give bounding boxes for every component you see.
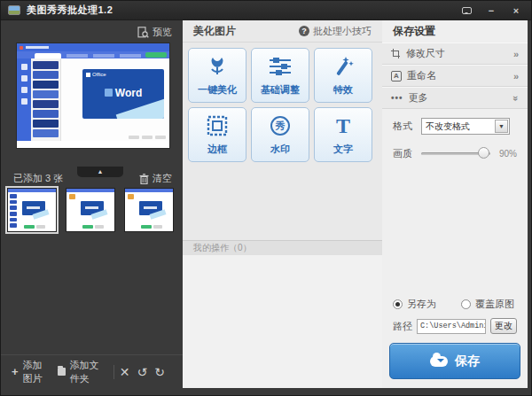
save-settings-panel: 保存设置 修改尺寸 » A 重命名 » ••• 更多 » 格式 不改变格式 ▼ xyxy=(382,20,528,388)
save-settings-title: 保存设置 xyxy=(382,20,528,43)
format-label: 格式 xyxy=(393,120,421,133)
path-label: 路径 xyxy=(393,320,412,333)
remove-selected-button[interactable]: ✕ xyxy=(120,365,130,379)
change-path-button[interactable]: 更改 xyxy=(490,318,517,334)
rename-a-icon: A xyxy=(391,71,402,82)
mock-window-tabs xyxy=(17,51,169,58)
dropdown-arrow-icon[interactable]: ▼ xyxy=(495,120,508,133)
mock-sidebar xyxy=(17,58,31,141)
overwrite-radio[interactable]: 覆盖原图 xyxy=(461,298,514,311)
thumbnail-1-selected[interactable] xyxy=(8,189,56,231)
text-button[interactable]: T 文字 xyxy=(314,107,372,162)
word-card-image: Office Word xyxy=(82,69,164,119)
format-select[interactable]: 不改变格式 ▼ xyxy=(421,118,510,135)
quality-slider-handle[interactable] xyxy=(478,147,489,159)
border-button[interactable]: 边框 xyxy=(188,107,246,162)
window-title: 美图秀秀批处理1.2 xyxy=(27,4,113,17)
frame-icon xyxy=(206,113,229,139)
close-button[interactable]: × xyxy=(508,4,524,17)
crop-icon xyxy=(391,49,401,58)
add-image-button[interactable]: + 添加图片 xyxy=(12,359,43,385)
add-folder-button[interactable]: 添加文件夹 xyxy=(58,359,99,385)
question-icon: ? xyxy=(299,26,309,36)
section-resize[interactable]: 修改尺寸 » xyxy=(382,43,528,65)
preview-button[interactable]: 预览 xyxy=(137,26,172,39)
app-logo-icon xyxy=(8,5,20,15)
section-more[interactable]: ••• 更多 » xyxy=(382,87,528,109)
collapse-strip-button[interactable]: ▲ xyxy=(77,167,123,177)
speech-bubble-icon xyxy=(462,7,472,14)
app-window: 美图秀秀批处理1.2 − × 预览 xyxy=(0,0,532,396)
save-as-radio[interactable]: 另存为 xyxy=(393,298,436,311)
plus-icon: + xyxy=(12,365,19,378)
radio-selected-icon xyxy=(393,299,403,309)
xiu-watermark-icon: 秀 xyxy=(270,113,290,139)
beautify-title: 美化图片 xyxy=(193,24,236,39)
chevron-right-icon: » xyxy=(513,71,519,82)
quality-value: 90% xyxy=(496,149,517,159)
operations-list-empty xyxy=(183,255,382,388)
toolbar-divider xyxy=(113,365,114,379)
redo-button[interactable]: ↻ xyxy=(154,365,165,379)
text-t-icon: T xyxy=(336,113,350,139)
flower-icon xyxy=(206,53,229,80)
feedback-button[interactable] xyxy=(458,4,474,17)
save-button[interactable]: 保存 xyxy=(389,343,520,379)
mock-thumb-column xyxy=(31,58,61,141)
minimize-button[interactable]: − xyxy=(483,4,499,17)
thumbnail-strip xyxy=(8,189,173,231)
undo-button[interactable]: ↺ xyxy=(137,365,148,379)
left-bottom-toolbar: + 添加图片 添加文件夹 ✕ ↺ ↻ xyxy=(1,354,183,388)
tool-grid: 一键美化 基础调整 xyxy=(183,43,382,167)
thumbnail-2[interactable] xyxy=(66,189,114,231)
clear-label: 清空 xyxy=(153,172,172,185)
preview-magnifier-icon xyxy=(137,27,149,38)
cloud-save-icon xyxy=(430,356,448,367)
beautify-panel: 美化图片 ? 批处理小技巧 一键美化 xyxy=(183,20,382,388)
section-rename[interactable]: A 重命名 » xyxy=(382,65,528,87)
batch-tips-link[interactable]: ? 批处理小技巧 xyxy=(299,25,372,38)
quality-label: 画质 xyxy=(393,147,421,160)
watermark-button[interactable]: 秀 水印 xyxy=(251,107,309,162)
radio-unselected-icon xyxy=(461,299,471,309)
quality-slider[interactable] xyxy=(421,152,490,155)
path-input[interactable]: C:\Users\Administrator\De xyxy=(417,319,486,334)
preview-image: Office Word xyxy=(17,43,169,148)
titlebar: 美图秀秀批处理1.2 − × xyxy=(1,1,531,20)
basic-adjust-button[interactable]: 基础调整 xyxy=(251,48,309,103)
one-key-beautify-button[interactable]: 一键美化 xyxy=(188,48,246,103)
trash-icon xyxy=(139,174,149,184)
effects-button[interactable]: 特效 xyxy=(314,48,372,103)
preview-label: 预览 xyxy=(153,26,172,39)
my-operations-header: 我的操作（0） xyxy=(183,240,382,255)
added-count-text: 已添加 3 张 xyxy=(13,172,63,185)
mock-window-titlebar xyxy=(17,43,169,51)
magic-wand-icon xyxy=(332,53,355,80)
more-dots-icon: ••• xyxy=(391,93,403,103)
sliders-icon xyxy=(268,53,293,80)
chevron-right-icon: » xyxy=(513,49,519,59)
folder-icon xyxy=(58,368,66,376)
thumbnail-3[interactable] xyxy=(125,189,173,231)
save-mode-group: 另存为 覆盖原图 xyxy=(382,298,528,311)
clear-all-button[interactable]: 清空 xyxy=(139,172,172,185)
format-value: 不改变格式 xyxy=(422,120,495,133)
image-list-panel: 预览 Office Word xyxy=(1,20,183,388)
chevron-down-icon: » xyxy=(511,95,521,100)
